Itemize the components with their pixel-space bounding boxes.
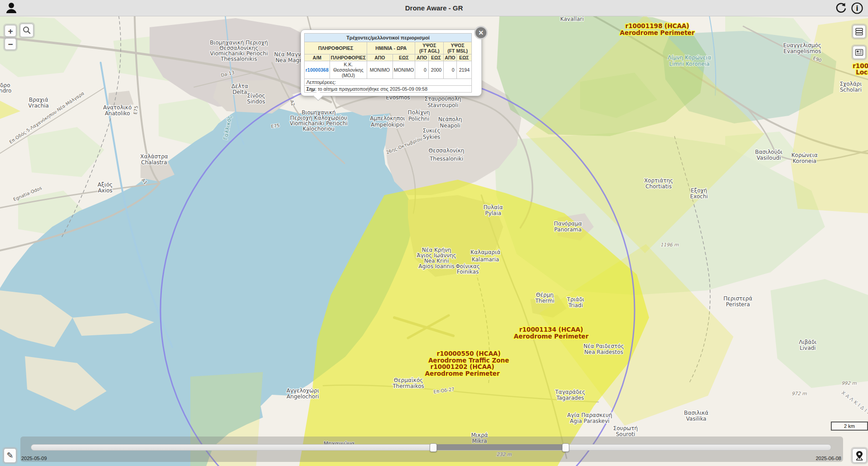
col-group-agl: ΥΨΟΣ (FT AGL) [415, 42, 444, 54]
col-info: ΠΛΗΡΟΦΟΡΙΕΣ [330, 54, 367, 61]
col-msl-from: ΑΠΟ [444, 54, 456, 61]
map-label: ΤαγαράδεςTagarades [555, 389, 586, 401]
notam-list-button[interactable] [853, 46, 866, 59]
map-label: ΣχολάριScholari [840, 81, 862, 93]
details-row: Λεπτομέρειες: [305, 79, 472, 86]
time-slider-handle-end[interactable] [562, 443, 569, 452]
col-group-msl: ΥΨΟΣ (FT MSL) [444, 42, 472, 54]
popup-title: Τρέχοντες/μελλοντικοί περιορισμοί [305, 34, 472, 42]
col-agl-from: ΑΠΟ [415, 54, 428, 61]
map-label: ΒασιλικάVasilika [684, 410, 708, 422]
magnifier-icon [22, 26, 31, 35]
zoom-out-button[interactable]: − [5, 38, 16, 50]
col-date-to: ΕΩΣ [393, 54, 415, 61]
map-label: Νέα ΚρήνηΆγιος ΙωάννηςNea KriniAgios Ioa… [417, 247, 456, 270]
app-window: ΘεσσαλονίκηThessalonikiEvosmosΣταυρούπολ… [0, 0, 868, 466]
date-from-cell: MONIMO [367, 61, 393, 79]
map-label: ΠανόραμαPanorama [554, 221, 582, 233]
map-label: νδροendro [0, 82, 11, 94]
map-label: ΑξιόςAxios [97, 181, 112, 194]
locate-me-button[interactable] [852, 448, 867, 463]
svg-text:i: i [856, 4, 858, 13]
map-label: ΝεάποληNeapoli [438, 116, 462, 129]
map-label: ΘέρμηThermi [535, 292, 554, 304]
map-label: r10001134 (HCAA)Aerodrome Perimeter [514, 326, 589, 340]
refresh-icon[interactable] [834, 2, 847, 15]
layers-icon [855, 27, 863, 36]
map-label: ΧορτιάτηςChortiatis [644, 177, 673, 190]
search-magnifier-button[interactable] [20, 24, 34, 37]
map-label: ΒραχιάVrachia [28, 97, 48, 109]
map-label: 1196 m [660, 242, 679, 247]
map-label: ΧαλάστραChalastra [140, 153, 168, 166]
map-label: ΚορώνειαKoroneia [791, 152, 818, 164]
map-label: ΣταυρούποληStavroupoli [425, 96, 461, 108]
map-label: Νέα ΡαιδεστόςNea Raidestos [583, 343, 624, 355]
map-label: r10001202 (HCAA)Aerodrome Perimeter [425, 363, 500, 377]
map-label: Λίμνη ΚορώνειαLimni Koroneia [668, 54, 711, 67]
map-label: ΔέλταDelta [232, 83, 248, 95]
map-label: ΣίνδοςSindos [247, 93, 265, 105]
layers-button[interactable] [853, 25, 866, 38]
map-label: ΑνατολικόAnatoliko [103, 104, 132, 117]
agl-from-cell: 0 [415, 61, 428, 79]
map-label: r10001198 (HCAA)Aerodrome Perimeter [620, 22, 695, 36]
map-label: 992 m [841, 380, 857, 386]
map-label: ΛιβάδιLivadi [799, 339, 816, 351]
timeline-end-date: 2025-06-08 [816, 456, 841, 461]
draw-edit-button[interactable]: ✎ [4, 448, 16, 463]
map-label: Αγία ΠαρασκευήAgia Paraskevi [567, 412, 612, 424]
map-label: E75 [133, 105, 139, 114]
timeline-start-date: 2025-05-09 [21, 456, 47, 461]
map-label: ΤριάδιTriadi [567, 296, 584, 309]
map-label: ΑγγελοχώριAngelochori [286, 388, 319, 400]
restriction-id-link[interactable]: r10000368 [305, 67, 329, 73]
restrictions-popup: ✕ Τρέχοντες/μελλοντικοί περιορισμοί ΠΛΗΡ… [301, 29, 482, 96]
col-msl-to: ΕΩΣ [456, 54, 471, 61]
time-slider-handle-start[interactable] [430, 443, 437, 452]
col-am: Α/Μ [305, 54, 330, 61]
scale-bar: 2 km [831, 422, 868, 431]
top-bar: Drone Aware - GR i [0, 0, 868, 16]
col-group-datetime: ΗΜ/ΝΙΑ - ΩΡΑ [367, 42, 415, 54]
map-label: ΒασιλούδιVasiloudi [755, 149, 783, 161]
user-icon[interactable] [5, 2, 17, 14]
map-label: ΠολίχνηPolichni [408, 109, 430, 122]
map-label: ΑμπελόκηποιAmpelokipoi [370, 115, 405, 128]
col-date-from: ΑΠΟ [367, 54, 393, 61]
map-label: ΦοίνικαςFoinikas [456, 263, 480, 275]
restriction-row: r10000368 Κ.Κ. Θεσσαλονίκης (MOJ) MONIMO… [305, 61, 472, 79]
map-label: ΕυαγγελισμόςEvangelismos [783, 42, 821, 54]
msl-to-cell: 2194 [456, 61, 471, 79]
app-title: Drone Aware - GR [0, 4, 868, 12]
popup-close-button[interactable]: ✕ [474, 26, 488, 39]
newspaper-icon [855, 48, 863, 57]
map-label: ΣυκιέςSykies [422, 128, 440, 140]
map-label: ΠυλαίαPylaia [484, 204, 503, 216]
map-label: ΣουρωτήSouroti [613, 425, 638, 437]
info-icon[interactable]: i [851, 2, 863, 15]
map-label: Kavallari [560, 16, 584, 22]
note-row: Σημ: το αίτημα πραγματοποιήθηκε στις 202… [305, 86, 472, 93]
map-label: r10000550 (HCAA)Aerodrome Traffic Zone [428, 350, 509, 364]
location-pin-icon [854, 450, 864, 461]
restriction-info-cell: Κ.Κ. Θεσσαλονίκης (MOJ) [330, 61, 367, 79]
restrictions-table: Τρέχοντες/μελλοντικοί περιορισμοί ΠΛΗΡΟΦ… [304, 33, 472, 93]
map-label: 972 m [791, 391, 807, 396]
date-to-cell: MONIMO [393, 61, 415, 79]
zoom-in-button[interactable]: + [5, 25, 16, 37]
map-label: ΠεριστεράPeristera [723, 295, 752, 308]
col-group-info: ΠΛΗΡΟΦΟΡΙΕΣ [305, 42, 367, 54]
msl-from-cell: 0 [444, 61, 456, 79]
map-label: ΘερμαϊκόςThermaikos [392, 377, 424, 389]
col-agl-to: ΕΩΣ [428, 54, 443, 61]
time-slider-selected-range[interactable] [433, 444, 564, 450]
agl-to-cell: 2000 [428, 61, 443, 79]
map-label: ΕξοχήExochi [690, 187, 708, 200]
timeline-panel: 2025-05-09 2025-06-08 [20, 437, 843, 462]
